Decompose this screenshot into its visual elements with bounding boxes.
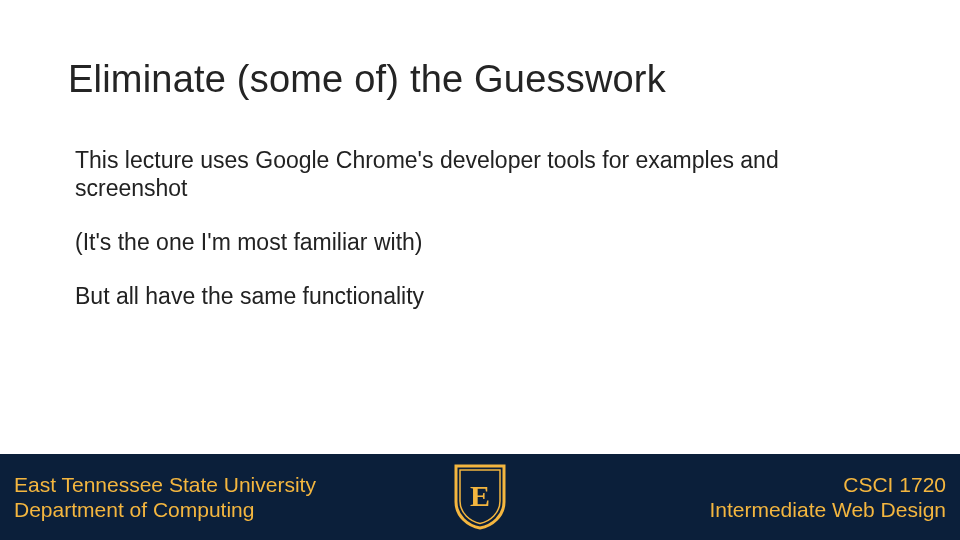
shield-icon: E — [452, 464, 508, 530]
footer-department-name: Department of Computing — [14, 497, 316, 522]
footer-course-code: CSCI 1720 — [709, 472, 946, 497]
body-paragraph: (It's the one I'm most familiar with) — [75, 228, 890, 256]
body-paragraph: This lecture uses Google Chrome's develo… — [75, 146, 890, 202]
footer-university-name: East Tennessee State University — [14, 472, 316, 497]
logo-letter: E — [470, 479, 490, 512]
university-logo: E — [452, 464, 508, 530]
slide-body: This lecture uses Google Chrome's develo… — [75, 146, 890, 336]
footer-left: East Tennessee State University Departme… — [14, 472, 316, 522]
slide: Eliminate (some of) the Guesswork This l… — [0, 0, 960, 540]
slide-title: Eliminate (some of) the Guesswork — [68, 58, 666, 101]
footer-course-name: Intermediate Web Design — [709, 497, 946, 522]
footer-right: CSCI 1720 Intermediate Web Design — [709, 472, 946, 522]
footer-bar: East Tennessee State University Departme… — [0, 454, 960, 540]
body-paragraph: But all have the same functionality — [75, 282, 890, 310]
